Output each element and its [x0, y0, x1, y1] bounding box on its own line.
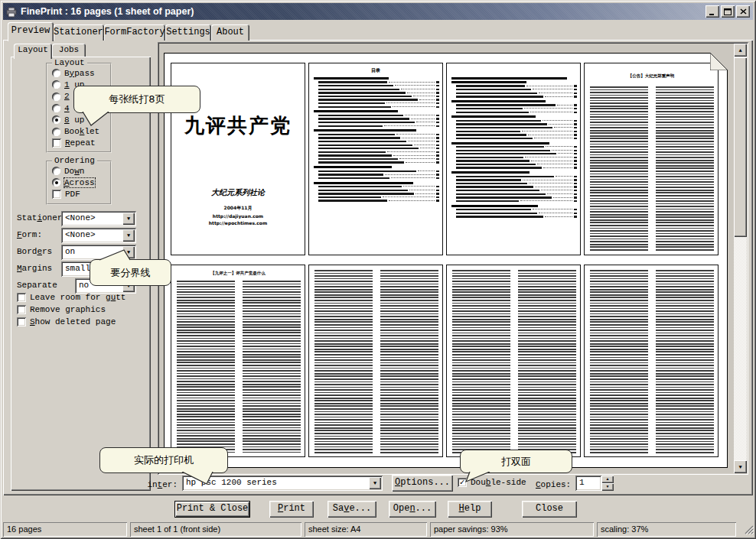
selected-value: on — [65, 247, 75, 256]
radio-icon[interactable] — [52, 115, 60, 124]
preview-scrollbar[interactable]: ▲ ▼ — [734, 44, 747, 473]
ordering-option-down[interactable]: Down — [47, 165, 110, 177]
copies-input[interactable]: 1 — [575, 476, 601, 491]
preview-page-7[interactable] — [446, 265, 581, 457]
printer-label: inter: — [145, 480, 178, 489]
status-segment-2: sheet size: A4 — [305, 522, 427, 537]
toc-lines — [451, 76, 577, 253]
option-checkbox-2[interactable]: Show deleted page — [12, 316, 116, 327]
field-select-form[interactable]: <None>▼ — [61, 228, 136, 243]
callout-borders: 要分界线 — [90, 259, 171, 286]
close-icon[interactable] — [736, 5, 750, 18]
tab-settings[interactable]: Settings — [165, 24, 211, 41]
preview-page-4[interactable]: 【公告】大纪元郑重声明 — [584, 63, 719, 255]
stepper-down-icon[interactable]: ▼ — [601, 483, 614, 491]
scrollbar-thumb[interactable] — [734, 57, 747, 237]
radio-icon[interactable] — [52, 178, 60, 187]
preview-page-6[interactable] — [308, 265, 443, 457]
maximize-icon[interactable] — [721, 5, 735, 18]
subtab-jobs[interactable]: Jobs — [52, 44, 86, 57]
radio-icon[interactable] — [52, 167, 60, 175]
radio-icon[interactable] — [52, 80, 60, 89]
layout-groupbox-label: Layout — [52, 58, 87, 67]
selected-value: small — [65, 264, 90, 273]
status-segment-0: 16 pages — [3, 522, 127, 537]
ordering-option-across[interactable]: Across — [47, 177, 110, 188]
tab-preview[interactable]: Preview — [8, 22, 54, 41]
minimize-icon[interactable] — [705, 5, 719, 18]
field-label-stationer: Stationer — [17, 213, 62, 222]
radio-label: Across — [64, 178, 95, 187]
simulated-text-column — [380, 270, 438, 453]
help-button[interactable]: Help — [448, 501, 492, 518]
layout-option-bypass[interactable]: Bypass — [47, 67, 110, 79]
preview-page-8[interactable] — [584, 265, 719, 457]
checkbox-label: Repeat — [65, 138, 96, 148]
tab-stationery[interactable]: Stationery — [54, 24, 104, 41]
radio-icon[interactable] — [52, 104, 60, 112]
radio-icon[interactable] — [52, 93, 60, 101]
toc-header: 目录 — [312, 67, 439, 74]
app-icon — [5, 6, 18, 18]
preview-page-3[interactable] — [446, 63, 581, 255]
field-label-separate: Separate — [17, 281, 57, 290]
callout-duplex: 打双面 — [460, 450, 572, 473]
article-header: 【九评之一】评共产党是什么 — [174, 271, 301, 276]
chevron-down-icon[interactable]: ▼ — [369, 477, 381, 489]
preview-sheet[interactable]: 九评共产党大纪元系列社论2004年11月http://dajiyuan.comh… — [164, 53, 728, 468]
checkbox-icon[interactable] — [17, 305, 26, 314]
simulated-text-column — [314, 270, 373, 453]
subtab-layout[interactable]: Layout — [14, 44, 52, 59]
selected-value: <None> — [65, 213, 96, 222]
checkbox-icon[interactable] — [17, 293, 26, 302]
checkbox-icon[interactable] — [52, 138, 61, 148]
document-url: http://dajiyuan.com — [174, 213, 301, 219]
callout-8up-tail — [78, 112, 112, 126]
copies-label: Copies: — [536, 480, 571, 489]
tab-formfactory[interactable]: FormFactory — [104, 24, 165, 41]
resize-grip[interactable] — [744, 524, 754, 538]
radio-icon[interactable] — [52, 128, 60, 136]
tab-about[interactable]: About — [211, 24, 249, 41]
checkbox-label: Leave room for gutt — [30, 293, 125, 302]
preview-page-2[interactable]: 目录 — [308, 63, 443, 255]
chevron-down-icon[interactable]: ▼ — [122, 213, 135, 225]
stepper-up-icon[interactable]: ▲ — [601, 476, 614, 483]
chevron-down-icon[interactable]: ▼ — [122, 229, 135, 242]
document-publisher: 大纪元系列社论 — [174, 187, 301, 198]
scroll-down-icon[interactable]: ▼ — [734, 460, 747, 473]
preview-page-5[interactable]: 【九评之一】评共产党是什么 — [171, 265, 305, 457]
status-segment-4: scaling: 37% — [597, 522, 736, 537]
print-close-button[interactable]: Print & Close — [174, 501, 250, 518]
title-bar[interactable]: FinePrint : 16 pages (1 sheet of paper) — [3, 3, 753, 20]
simulated-text-column — [452, 270, 510, 453]
layout-option-booklet[interactable]: Booklet — [47, 125, 110, 137]
scroll-up-icon[interactable]: ▲ — [734, 44, 747, 57]
simulated-text-column — [177, 281, 235, 453]
simulated-text-column — [518, 270, 576, 453]
selected-value: no — [79, 281, 89, 290]
checkbox-label: PDF — [65, 190, 80, 199]
repeat-checkbox[interactable]: Repeat — [47, 138, 110, 149]
ordering-groupbox-label: Ordering — [52, 156, 97, 165]
checkbox-icon[interactable] — [17, 317, 26, 326]
option-checkbox-1[interactable]: Remove graphics — [12, 304, 106, 315]
close-button[interactable]: Close — [522, 501, 577, 518]
status-segment-1: sheet 1 of 1 (front side) — [130, 522, 301, 537]
open-button[interactable]: Open... — [389, 501, 436, 518]
copies-stepper[interactable]: ▲ ▼ — [601, 476, 614, 491]
radio-label: Bypass — [64, 69, 95, 78]
checkbox-icon[interactable] — [52, 190, 61, 199]
field-select-stationer[interactable]: <None>▼ — [61, 211, 136, 226]
simulated-text-column — [656, 270, 714, 453]
options-button[interactable]: Options... — [392, 475, 453, 492]
option-checkbox-0[interactable]: Leave room for gutt — [12, 291, 125, 303]
print-button[interactable]: Print — [269, 501, 314, 518]
page-curl-icon — [710, 53, 728, 70]
simulated-text-column — [590, 86, 648, 252]
pdf-checkbox[interactable]: PDF — [47, 189, 110, 200]
preview-panel: 九评共产党大纪元系列社论2004年11月http://dajiyuan.comh… — [158, 42, 748, 475]
save-button[interactable]: Save... — [327, 501, 376, 518]
field-label-margins: Margins — [17, 264, 52, 273]
radio-icon[interactable] — [52, 69, 60, 77]
